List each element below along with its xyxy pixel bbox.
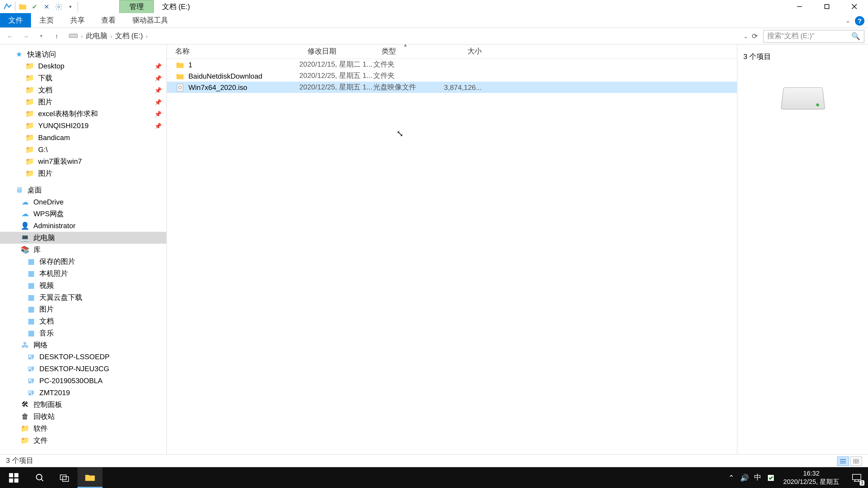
navigation-tree[interactable]: ★ 快速访问 📁Desktop📌📁下载📌📁文档📌📁图片📌📁excel表格制作求和… [0, 45, 167, 460]
tree-item[interactable]: 📁win7重装win7 [0, 156, 166, 167]
refresh-icon[interactable]: ⟳ [752, 32, 758, 40]
tree-item[interactable]: ▦保存的图片 [0, 256, 166, 267]
computer-icon: 🖳 [26, 352, 36, 362]
tree-item[interactable]: 📁图片📌 [0, 96, 166, 108]
task-view-button[interactable] [53, 467, 78, 488]
tree-item[interactable]: 📁下载📌 [0, 72, 166, 84]
computer-icon: 🖳 [26, 364, 36, 373]
search-button[interactable] [27, 467, 53, 488]
action-center-button[interactable]: 3 [845, 467, 868, 488]
app-icon[interactable] [2, 1, 13, 12]
column-name[interactable]: 名称 [167, 46, 299, 57]
tree-item[interactable]: 🖳DESKTOP-NJEU3CG [0, 363, 166, 375]
pin-icon: 📌 [154, 63, 162, 69]
breadcrumb[interactable]: › 此电脑 › 文档 (E:) › ⌄ ⟳ [66, 30, 761, 43]
folder-icon: 📁 [25, 85, 35, 95]
tree-item[interactable]: ▦本机照片 [0, 267, 166, 280]
tree-item[interactable]: 📁G:\ [0, 144, 166, 156]
file-date: 2020/12/15, 星期二 1... [299, 60, 373, 70]
tree-desktop[interactable]: 🖥 桌面 [0, 184, 166, 196]
tree-item[interactable]: 👤Administrator [0, 220, 166, 232]
tree-item[interactable]: ▦天翼云盘下载 [0, 291, 166, 303]
history-dropdown-icon[interactable]: ▾ [35, 30, 48, 43]
tree-item[interactable]: 📚库 [0, 244, 166, 256]
close-icon[interactable]: ✕ [41, 1, 52, 12]
start-button[interactable] [0, 467, 27, 488]
taskbar-file-explorer[interactable] [78, 467, 103, 488]
tree-control-panel[interactable]: 🛠 控制面板 [0, 398, 166, 411]
tree-label: 软件 [33, 423, 48, 433]
file-row[interactable]: 12020/12/15, 星期二 1...文件夹 [167, 59, 737, 70]
tab-drive-tools[interactable]: 驱动器工具 [124, 13, 177, 27]
tree-label: OneDrive [33, 198, 64, 206]
checkmark-icon[interactable]: ✔ [29, 1, 40, 12]
tree-files-folder[interactable]: 📁 文件 [0, 434, 166, 447]
tree-item[interactable]: 📁excel表格制作求和📌 [0, 108, 166, 120]
ime-indicator[interactable]: 中 [751, 467, 764, 488]
security-icon[interactable] [764, 467, 777, 488]
column-type[interactable]: 类型 [373, 46, 434, 57]
address-bar: ← → ▾ ↑ › 此电脑 › 文档 (E:) › ⌄ ⟳ 搜索"文档 (E:)… [0, 28, 868, 45]
tree-item[interactable]: 💻此电脑 [0, 232, 166, 244]
up-button[interactable]: ↑ [50, 30, 63, 43]
tree-item[interactable]: ▦图片 [0, 303, 166, 315]
tree-item[interactable]: 📁文档📌 [0, 84, 166, 96]
address-dropdown-icon[interactable]: ⌄ [743, 33, 748, 39]
search-icon[interactable]: 🔍 [851, 32, 860, 40]
column-size[interactable]: 大小 [434, 46, 488, 57]
tree-item[interactable]: ▦视频 [0, 280, 166, 291]
taskbar-clock[interactable]: 16:32 2020/12/25, 星期五 [777, 470, 845, 486]
tree-software-folder[interactable]: 📁 软件 [0, 422, 166, 434]
tree-item[interactable]: ▦音乐 [0, 327, 166, 339]
tree-item[interactable]: ▦文档 [0, 315, 166, 327]
tree-network[interactable]: 🖧 网络 [0, 339, 166, 351]
tree-label: DESKTOP-NJEU3CG [39, 365, 109, 373]
details-view-button[interactable] [837, 456, 849, 466]
tray-overflow-icon[interactable]: ⌃ [725, 467, 738, 488]
tree-item[interactable]: 📁Bandicam [0, 132, 166, 144]
tree-item[interactable]: 📁Desktop📌 [0, 60, 166, 72]
tab-share[interactable]: 共享 [62, 13, 93, 27]
chevron-right-icon[interactable]: › [81, 33, 84, 39]
close-button[interactable] [841, 0, 868, 13]
help-icon[interactable]: ? [855, 16, 864, 25]
tree-item[interactable]: ☁WPS网盘 [0, 208, 166, 220]
crumb-drive[interactable]: 文档 (E:) [115, 31, 143, 41]
expand-ribbon-icon[interactable]: ⌄ [845, 17, 850, 24]
tree-item[interactable]: 🖳PC-20190530OBLA [0, 375, 166, 387]
file-row[interactable]: Win7x64_2020.iso2020/12/25, 星期五 1...光盘映像… [167, 82, 737, 93]
tab-home[interactable]: 主页 [31, 13, 62, 27]
volume-icon[interactable]: 🔊 [738, 467, 751, 488]
title-bar: ✔ ✕ ▾ 管理 文档 (E:) [0, 0, 868, 13]
library-item-icon: ▦ [26, 293, 36, 302]
file-size: 3,874,126... [434, 83, 488, 92]
tree-item[interactable]: 📁图片 [0, 167, 166, 180]
column-date[interactable]: 修改日期 [299, 46, 373, 57]
folder-icon[interactable] [17, 1, 28, 12]
tree-item[interactable]: ☁OneDrive [0, 196, 166, 208]
tree-recycle-bin[interactable]: 🗑 回收站 [0, 411, 166, 422]
tree-item[interactable]: 📁YUNQISHI2019📌 [0, 120, 166, 132]
file-list[interactable]: ▲ 名称 修改日期 类型 大小 12020/12/15, 星期二 1...文件夹… [167, 45, 737, 460]
crumb-this-pc[interactable]: 此电脑 [86, 31, 107, 41]
back-button[interactable]: ← [4, 30, 17, 43]
context-tab-manage[interactable]: 管理 [119, 0, 154, 13]
folder-icon: 📁 [20, 435, 30, 445]
gear-icon[interactable] [53, 1, 64, 12]
search-input[interactable]: 搜索"文档 (E:)" 🔍 [763, 30, 864, 43]
network-icon: 🖧 [20, 340, 30, 350]
qat-dropdown-icon[interactable]: ▾ [65, 1, 75, 12]
tree-item[interactable]: 🖳ZMT2019 [0, 387, 166, 399]
forward-button[interactable]: → [19, 30, 32, 43]
thumbnails-view-button[interactable] [850, 456, 862, 466]
folder-icon: 📁 [25, 73, 35, 83]
minimize-button[interactable] [786, 0, 813, 13]
tab-view[interactable]: 查看 [93, 13, 124, 27]
file-row[interactable]: BaiduNetdiskDownload2020/12/25, 星期五 1...… [167, 70, 737, 82]
tree-quick-access[interactable]: ★ 快速访问 [0, 48, 166, 60]
tree-item[interactable]: 🖳DESKTOP-LSSOEDP [0, 351, 166, 363]
maximize-button[interactable] [813, 0, 840, 13]
chevron-right-icon[interactable]: › [110, 33, 113, 39]
chevron-right-icon[interactable]: › [145, 33, 148, 39]
tab-file[interactable]: 文件 [0, 13, 31, 27]
